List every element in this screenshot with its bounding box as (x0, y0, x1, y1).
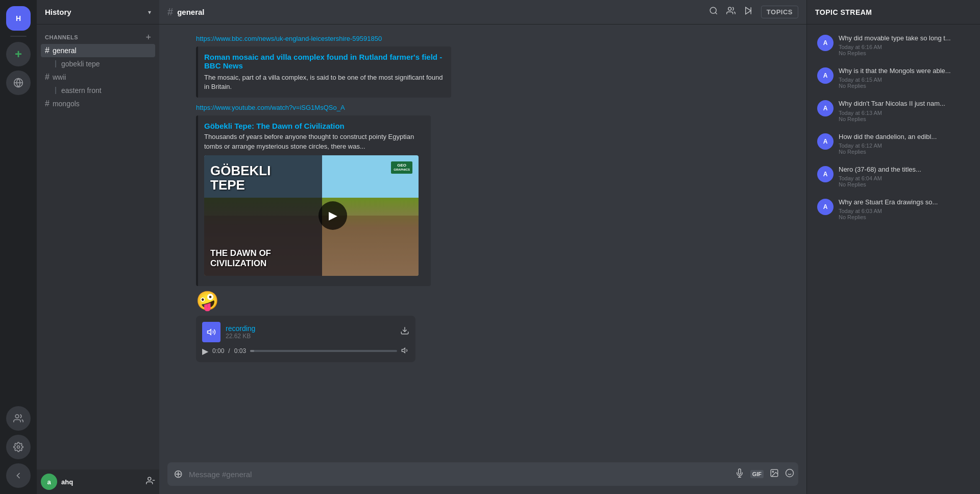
topic-replies: No Replies (839, 50, 970, 56)
file-upload-icon[interactable] (770, 468, 779, 480)
svg-point-2 (15, 415, 19, 418)
thread-item-gobekli-tepe[interactable]: gobekli tepe (41, 58, 155, 70)
search-icon[interactable] (709, 6, 718, 18)
topic-avatar: A (817, 67, 834, 84)
audio-progress-bar[interactable] (250, 350, 397, 352)
microphone-icon[interactable] (735, 468, 744, 480)
topic-meta: Today at 6:16 AM (839, 44, 970, 50)
topic-question: Why is it that the Mongols were able... (839, 66, 970, 76)
audio-attachment: recording 22.62 KB ▶ (196, 316, 415, 362)
chat-input-wrapper: ⊕ GIF (167, 462, 798, 486)
topic-question: Why are Stuart Era drawings so... (839, 198, 970, 207)
geo-badge-line1: GEO (394, 163, 410, 168)
channels-section-label: CHANNELS (45, 34, 78, 40)
channel-item-wwii[interactable]: # wwii (41, 70, 155, 84)
topic-content: Why did movable type take so long t... T… (839, 34, 970, 56)
main-header: # general (159, 0, 806, 25)
topic-content: Nero (37-68) and the titles... Today at … (839, 165, 970, 187)
thread-name-eastern-front: eastern front (61, 86, 102, 95)
members-icon[interactable] (726, 6, 736, 18)
video-subtitle-area: THE DAWN OF CIVILIZATION (210, 248, 271, 269)
topic-replies: No Replies (839, 83, 970, 89)
explore-icon[interactable] (6, 70, 31, 95)
video-thumbnail[interactable]: GÖBEKLI TEPE THE DAWN OF CIVILIZATION ▶ (204, 155, 419, 276)
topic-meta: Today at 6:03 AM (839, 208, 970, 214)
topic-stream-list: A Why did movable type take so long t...… (807, 25, 980, 494)
video-sub-line2: CIVILIZATION (210, 258, 271, 269)
hash-icon: # (45, 46, 50, 55)
topic-meta: Today at 6:13 AM (839, 110, 970, 116)
audio-download-icon[interactable] (400, 326, 409, 338)
activities-icon[interactable] (744, 6, 753, 18)
message-content: https://www.bbc.com/news/uk-england-leic… (196, 35, 798, 366)
topic-question: Why didn't Tsar Nicolas II just nam... (839, 99, 970, 108)
bbc-link-url[interactable]: https://www.bbc.com/news/uk-england-leic… (196, 35, 451, 42)
server-icon-history[interactable]: H (6, 6, 31, 31)
header-left: # general (167, 6, 204, 18)
topic-item[interactable]: A How did the dandelion, an edibl... Tod… (809, 127, 978, 160)
video-thumbnail-image: GÖBEKLI TEPE THE DAWN OF CIVILIZATION ▶ (204, 155, 419, 276)
channel-item-mongols[interactable]: # mongols (41, 97, 155, 110)
message-input[interactable] (189, 464, 731, 484)
audio-file-icon (202, 322, 220, 342)
video-title[interactable]: Göbekli Tepe: The Dawn of Civilization (204, 122, 425, 130)
topic-avatar: A (817, 199, 834, 215)
chat-messages-area: https://www.bbc.com/news/uk-england-leic… (159, 25, 806, 462)
chat-input-icons: GIF (735, 468, 794, 480)
topic-replies: No Replies (839, 116, 970, 122)
svg-marker-9 (746, 7, 751, 14)
topic-replies: No Replies (839, 149, 970, 155)
topic-content: Why are Stuart Era drawings so... Today … (839, 198, 970, 220)
server-header[interactable]: History ▾ (37, 0, 159, 25)
settings-icon[interactable] (6, 435, 31, 459)
audio-volume-icon[interactable] (401, 346, 409, 356)
user-settings-icon[interactable] (146, 476, 155, 487)
audio-play-button[interactable]: ▶ (202, 346, 208, 356)
thread-item-eastern-front[interactable]: eastern front (41, 84, 155, 97)
gif-button[interactable]: GIF (750, 470, 764, 478)
geo-badge: GEO GRAPHICS (391, 161, 412, 174)
thread-name-gobekli-tepe: gobekli tepe (61, 60, 100, 68)
username-label: ahq (61, 478, 142, 486)
youtube-url[interactable]: https://www.youtube.com/watch?v=iSG1MsQS… (196, 104, 798, 111)
audio-filename[interactable]: recording (226, 324, 395, 333)
add-server-button[interactable]: + (6, 42, 31, 66)
topic-item[interactable]: A Why are Stuart Era drawings so... Toda… (809, 193, 978, 225)
topic-item[interactable]: A Why is it that the Mongols were able..… (809, 61, 978, 94)
bbc-link-title[interactable]: Roman mosaic and villa complex found in … (204, 53, 445, 70)
channel-name-wwii: wwii (53, 73, 66, 81)
bbc-link-desc: The mosaic, part of a villa complex, is … (204, 74, 443, 90)
svg-point-8 (728, 7, 731, 10)
emoji-picker-icon[interactable] (785, 468, 794, 480)
topic-meta: Today at 6:12 AM (839, 143, 970, 149)
topic-item[interactable]: A Why did movable type take so long t...… (809, 29, 978, 61)
topic-question: How did the dandelion, an edibl... (839, 132, 970, 142)
video-title-line2: TEPE (210, 178, 316, 193)
chat-input-area: ⊕ GIF (159, 462, 806, 494)
channel-item-general[interactable]: # general (41, 44, 155, 57)
add-channel-button[interactable]: + (145, 33, 151, 42)
topic-avatar: A (817, 166, 834, 182)
sidebar-footer: a ahq (37, 469, 159, 494)
topic-content: How did the dandelion, an edibl... Today… (839, 132, 970, 155)
message-group: https://www.bbc.com/news/uk-england-leic… (159, 33, 806, 368)
svg-marker-13 (402, 348, 405, 352)
topic-item[interactable]: A Nero (37-68) and the titles... Today a… (809, 160, 978, 193)
audio-time-separator: / (228, 347, 230, 355)
thread-line (55, 60, 56, 67)
add-attachment-button[interactable]: ⊕ (172, 462, 185, 486)
topic-content: Why didn't Tsar Nicolas II just nam... T… (839, 99, 970, 122)
topic-replies: No Replies (839, 214, 970, 220)
sidebar: History ▾ CHANNELS + # general gobekli t… (37, 0, 159, 494)
topic-item[interactable]: A Why didn't Tsar Nicolas II just nam...… (809, 94, 978, 127)
friends-icon[interactable] (6, 406, 31, 431)
play-button[interactable]: ▶ (318, 201, 347, 230)
channel-hash-icon: # (167, 6, 173, 18)
navigate-back-icon[interactable] (6, 463, 31, 488)
topic-panel-header: TOPIC STREAM (807, 0, 980, 25)
video-sub-line1: THE DAWN OF (210, 248, 271, 258)
topics-button[interactable]: TOPICS (761, 6, 798, 18)
audio-info: recording 22.62 KB (226, 324, 395, 340)
channels-section-header: CHANNELS + (41, 33, 155, 42)
video-desc: Thousands of years before anyone thought… (204, 133, 414, 150)
